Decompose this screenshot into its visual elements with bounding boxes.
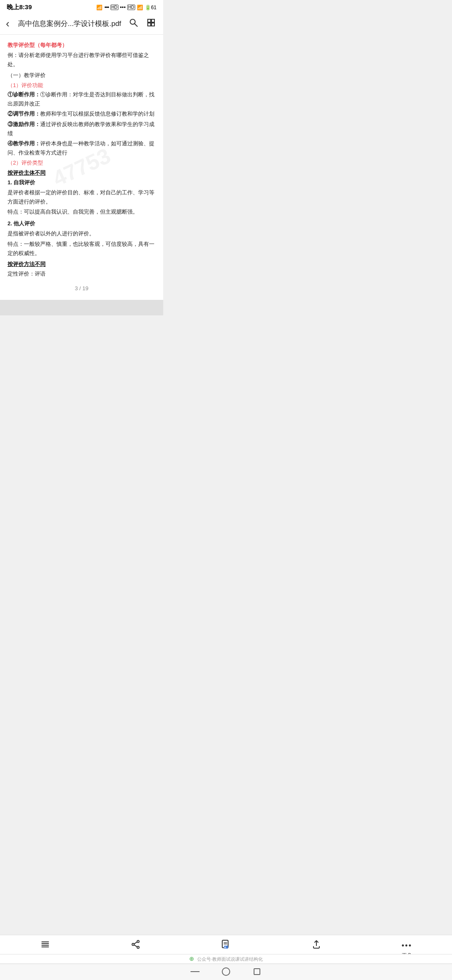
back-button[interactable]: ‹	[6, 16, 12, 31]
signal2-icon: •••	[120, 4, 126, 10]
status-time: 晚上8:39	[7, 3, 32, 11]
page-gap	[0, 303, 163, 315]
section-heading: 教学评价型（每年都考）	[8, 41, 156, 49]
other-eval-desc: 是指被评价者以外的人进行的评价。	[8, 229, 156, 238]
svg-line-1	[135, 24, 137, 26]
hd-label: HD	[110, 5, 118, 10]
item-2: ②调节作用：教师和学生可以根据反馈信息修订教和学的计划	[8, 109, 156, 119]
nav-bar: ‹ 高中信息案例分...学设计模板.pdf	[0, 13, 163, 35]
item-1: ①诊断作用：①诊断作用：对学生是否达到目标做出判断，找出原因并改正	[8, 90, 156, 108]
signal-icon: •••	[104, 4, 109, 10]
status-bar: 晚上8:39 📶 ••• HD ••• HD 📶 🔋61	[0, 0, 163, 13]
scroll-content[interactable]: 47753 教学评价型（每年都考） 例：请分析老师使用学习平台进行教学评价有哪些…	[0, 35, 163, 315]
page-num: 3 / 19	[8, 285, 156, 291]
wifi-icon: 📶	[137, 5, 143, 10]
svg-rect-3	[152, 19, 154, 22]
svg-rect-2	[148, 19, 151, 22]
item-3: ③激励作用：通过评价反映出教师的教学效果和学生的学习成绩	[8, 120, 156, 138]
expand-button[interactable]	[145, 17, 157, 30]
by-method-heading: 按评价方法不同	[8, 260, 156, 268]
self-eval-heading: 1. 自我评价	[8, 178, 156, 187]
svg-rect-5	[152, 23, 154, 26]
status-icons: 📶 ••• HD ••• HD 📶 🔋61	[96, 4, 157, 10]
self-eval-desc: 是评价者根据一定的评价目的、标准，对自己的工作、学习等方面进行的评价。	[8, 188, 156, 206]
subsection1: （一）教学评价	[8, 71, 156, 80]
svg-point-0	[130, 19, 135, 24]
self-eval-trait: 特点：可以提高自我认识、自我完善，但主观臆断强。	[8, 207, 156, 217]
pdf-page-1: 47753 教学评价型（每年都考） 例：请分析老师使用学习平台进行教学评价有哪些…	[0, 35, 163, 303]
bluetooth-icon: 📶	[96, 5, 103, 10]
search-button[interactable]	[127, 17, 140, 30]
subsection1-1: （1）评价功能	[8, 82, 156, 89]
hd2-label: HD	[127, 5, 135, 10]
intro-text: 例：请分析老师使用学习平台进行教学评价有哪些可借鉴之处。	[8, 51, 156, 69]
other-eval-heading: 2. 他人评价	[8, 219, 156, 228]
subsection1-2: （2）评价类型	[8, 159, 156, 167]
svg-rect-4	[148, 23, 151, 26]
battery-icon: 🔋61	[145, 5, 157, 10]
by-subject-heading: 按评价主体不同	[8, 169, 156, 177]
other-eval-trait: 特点：一般较严格、慎重，也比较客观，可信度较高，具有一定的权威性。	[8, 240, 156, 258]
page-title: 高中信息案例分...学设计模板.pdf	[15, 19, 124, 28]
qual-eval: 定性评价：评语	[8, 269, 156, 279]
item-4: ④教学作用：评价本身也是一种教学活动，如可通过测验、提问、作业检查等方式进行	[8, 139, 156, 157]
